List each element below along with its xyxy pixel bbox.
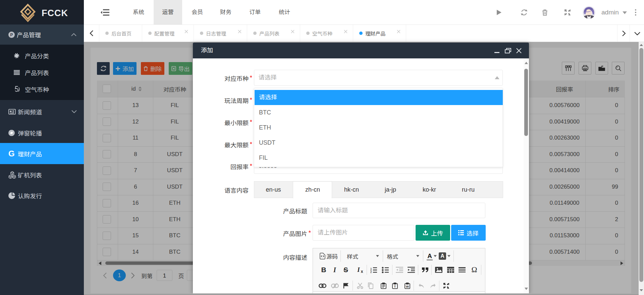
- svg-text:P: P: [10, 33, 13, 37]
- svg-text:W: W: [406, 285, 409, 288]
- svg-text:T: T: [394, 285, 396, 288]
- svg-text:2: 2: [370, 270, 372, 273]
- svg-text:1: 1: [370, 267, 372, 270]
